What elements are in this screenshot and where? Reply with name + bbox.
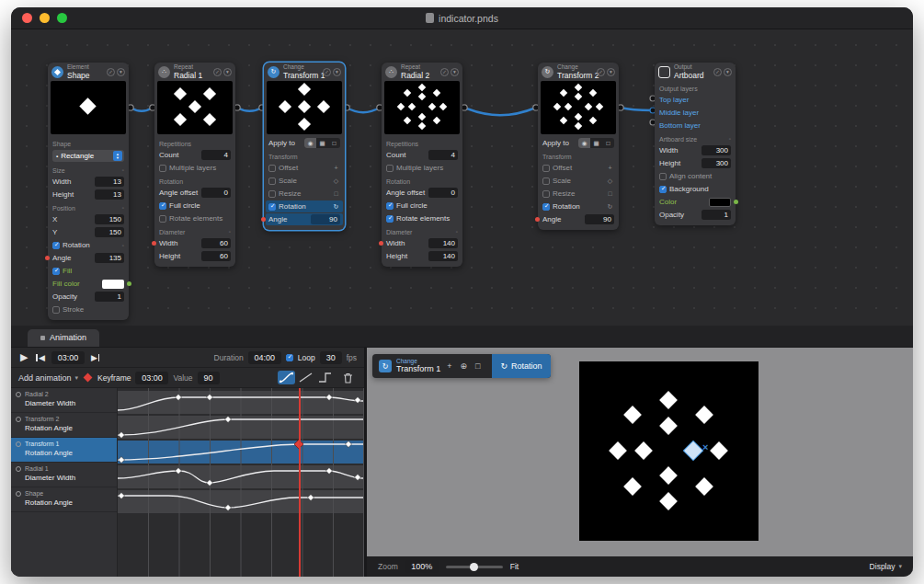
track-radial1-diameter-width[interactable]: Radial 1 Diameter Width bbox=[11, 463, 117, 487]
track-shape-rotation-angle[interactable]: Shape Rotation Angle bbox=[11, 487, 117, 512]
node-radial-1[interactable]: ∴ Repeat Radial 1 ✓ ▾ Repetitions C bbox=[154, 63, 235, 267]
canvas-diamond[interactable] bbox=[623, 406, 642, 424]
rotate-elements-checkbox[interactable] bbox=[159, 215, 166, 223]
rotation-checkbox[interactable] bbox=[542, 203, 550, 211]
radial2-height-field[interactable]: 140 bbox=[428, 251, 458, 261]
skip-to-end-button[interactable]: ▶ bbox=[89, 353, 101, 362]
stroke-checkbox[interactable] bbox=[52, 306, 60, 314]
rotate-elements-checkbox[interactable] bbox=[386, 215, 394, 223]
node-enable-toggle[interactable]: ✓ bbox=[597, 68, 605, 76]
rotation-checkbox[interactable] bbox=[52, 242, 60, 249]
apply-to-element-button[interactable]: ◉ bbox=[578, 138, 590, 148]
radial1-width-field[interactable]: 60 bbox=[201, 238, 231, 248]
middle-layer-input[interactable]: Middle layer bbox=[659, 107, 731, 119]
artboard-height-field[interactable]: 300 bbox=[702, 158, 731, 168]
node-canvas[interactable]: Element Shape ✓ ▾ Shape ▪ Rectangle ▴▾ S… bbox=[11, 29, 913, 326]
zoom-field[interactable]: 100% bbox=[405, 560, 439, 573]
shape-type-dropdown[interactable]: ▪ Rectangle ▴▾ bbox=[52, 150, 124, 162]
fps-field[interactable]: 30 bbox=[320, 351, 342, 364]
apply-to-all-button[interactable]: □ bbox=[602, 138, 614, 148]
node-shape[interactable]: Element Shape ✓ ▾ Shape ▪ Rectangle ▴▾ S… bbox=[48, 63, 129, 320]
track-transform2-rotation-angle[interactable]: Transform 2 Rotation Angle bbox=[11, 413, 117, 438]
tab-animation[interactable]: Animation bbox=[28, 329, 99, 347]
loop-checkbox[interactable] bbox=[286, 354, 293, 361]
play-button[interactable]: ▶ bbox=[18, 351, 29, 363]
apply-to-all-button[interactable]: □ bbox=[328, 138, 340, 148]
transform1-angle-field[interactable]: 90 bbox=[311, 214, 340, 224]
apply-to-layer-button[interactable]: ▦ bbox=[590, 138, 602, 148]
node-transform-2[interactable]: ↻ Change Transform 2 ✓ ▾ bbox=[538, 63, 619, 230]
radial1-count-field[interactable]: 4 bbox=[201, 150, 231, 160]
delete-keyframe-button[interactable] bbox=[339, 371, 357, 384]
node-enable-toggle[interactable]: ✓ bbox=[107, 68, 115, 76]
full-circle-checkbox[interactable] bbox=[386, 202, 394, 210]
canvas-diamond[interactable] bbox=[659, 492, 678, 510]
easing-curve-button[interactable] bbox=[278, 371, 295, 384]
artboard-opacity-field[interactable]: 1 bbox=[702, 210, 731, 220]
node-collapse-toggle[interactable]: ▾ bbox=[223, 68, 232, 76]
keyframe-time-field[interactable]: 03:00 bbox=[135, 372, 168, 384]
resize-checkbox[interactable] bbox=[268, 190, 276, 198]
canvas-diamond[interactable] bbox=[695, 406, 713, 424]
shape-y-field[interactable]: 150 bbox=[95, 227, 124, 237]
bottom-layer-input[interactable]: Bottom layer bbox=[659, 120, 731, 132]
fill-color-swatch[interactable] bbox=[102, 280, 124, 289]
full-circle-checkbox[interactable] bbox=[159, 202, 166, 210]
fit-button[interactable]: Fit bbox=[510, 562, 519, 571]
selection-handle-icon[interactable]: × bbox=[702, 442, 708, 452]
radial2-angle-offset-field[interactable]: 0 bbox=[428, 188, 458, 198]
selected-canvas-diamond[interactable] bbox=[684, 441, 702, 460]
canvas-diamond[interactable] bbox=[634, 441, 653, 460]
canvas-diamond[interactable] bbox=[659, 466, 678, 485]
shape-width-field[interactable]: 13 bbox=[95, 177, 124, 187]
current-time-field[interactable]: 03:00 bbox=[51, 351, 85, 364]
scale-checkbox[interactable] bbox=[268, 177, 276, 185]
apply-to-element-button[interactable]: ◉ bbox=[304, 138, 316, 148]
node-collapse-toggle[interactable]: ▾ bbox=[451, 68, 459, 76]
artboard-canvas[interactable]: × bbox=[579, 361, 759, 541]
easing-hold-button[interactable] bbox=[316, 371, 334, 384]
radial1-angle-offset-field[interactable]: 0 bbox=[201, 188, 231, 198]
canvas-diamond[interactable] bbox=[659, 391, 678, 409]
timeline[interactable] bbox=[118, 388, 364, 577]
node-artboard-header[interactable]: Output Artboard ✓ ▾ bbox=[655, 63, 736, 81]
node-transform2-header[interactable]: ↻ Change Transform 2 ✓ ▾ bbox=[538, 63, 619, 81]
background-checkbox[interactable] bbox=[659, 186, 667, 193]
display-dropdown[interactable]: Display▾ bbox=[870, 562, 902, 571]
zoom-window-button[interactable] bbox=[57, 13, 67, 23]
node-transform-1[interactable]: ↻ Change Transform 1 ✓ ▾ Apply to bbox=[264, 63, 345, 230]
canvas-diamond[interactable] bbox=[623, 477, 642, 496]
align-content-checkbox[interactable] bbox=[659, 173, 667, 180]
add-animation-dropdown[interactable]: Add animation▾ bbox=[18, 373, 78, 383]
node-enable-toggle[interactable]: ✓ bbox=[713, 68, 722, 76]
canvas-diamond[interactable] bbox=[659, 417, 678, 435]
minimize-button[interactable] bbox=[40, 13, 50, 23]
top-layer-input[interactable]: Top layer bbox=[659, 94, 731, 106]
node-radial2-header[interactable]: ∴ Repeat Radial 2 ✓ ▾ bbox=[382, 63, 462, 81]
preview-panel[interactable]: ↻ Change Transform 1 + ⊕ □ ↻ Rotation bbox=[367, 348, 913, 577]
node-radial1-header[interactable]: ∴ Repeat Radial 1 ✓ ▾ bbox=[154, 63, 235, 81]
resize-checkbox[interactable] bbox=[542, 190, 550, 198]
multiple-layers-checkbox[interactable] bbox=[386, 165, 394, 172]
radial2-width-field[interactable]: 140 bbox=[428, 238, 458, 248]
fill-checkbox[interactable] bbox=[52, 268, 60, 275]
multiple-layers-checkbox[interactable] bbox=[159, 165, 166, 172]
close-button[interactable] bbox=[22, 13, 32, 23]
rotation-mode-chip[interactable]: ↻ Rotation bbox=[492, 354, 550, 378]
skip-to-start-button[interactable]: ◀ bbox=[34, 353, 46, 362]
artboard-width-field[interactable]: 300 bbox=[702, 145, 731, 155]
node-enable-toggle[interactable]: ✓ bbox=[213, 68, 222, 76]
node-collapse-toggle[interactable]: ▾ bbox=[607, 68, 615, 76]
shape-x-field[interactable]: 150 bbox=[95, 214, 124, 224]
keyframe-value-field[interactable]: 90 bbox=[198, 372, 220, 384]
shape-angle-field[interactable]: 135 bbox=[95, 253, 124, 263]
move-tool-icon[interactable]: + bbox=[445, 361, 453, 371]
node-transform1-header[interactable]: ↻ Change Transform 1 ✓ ▾ bbox=[264, 63, 345, 81]
radial1-height-field[interactable]: 60 bbox=[201, 251, 231, 261]
scale-checkbox[interactable] bbox=[542, 177, 550, 185]
node-shape-header[interactable]: Element Shape ✓ ▾ bbox=[48, 63, 129, 81]
radial2-count-field[interactable]: 4 bbox=[428, 150, 458, 160]
node-radial-2[interactable]: ∴ Repeat Radial 2 ✓ ▾ bbox=[382, 63, 462, 267]
shape-height-field[interactable]: 13 bbox=[95, 189, 124, 200]
rotation-checkbox[interactable] bbox=[268, 203, 276, 211]
